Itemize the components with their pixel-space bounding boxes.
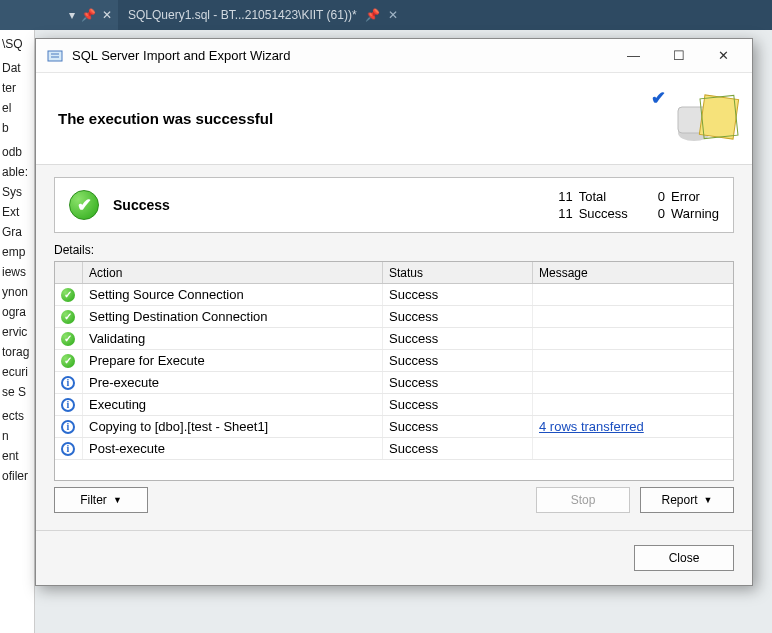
close-button[interactable]: Close	[634, 545, 734, 571]
cell-message	[533, 306, 733, 327]
stop-button: Stop	[536, 487, 630, 513]
tree-fragment: iews	[0, 262, 34, 282]
close-panel-icon[interactable]: ✕	[102, 8, 112, 22]
chevron-down-icon: ▼	[704, 495, 713, 505]
message-link[interactable]: 4 rows transferred	[539, 419, 644, 434]
table-row[interactable]: iPre-executeSuccess	[55, 372, 733, 394]
table-row[interactable]: ✓Prepare for ExecuteSuccess	[55, 350, 733, 372]
tree-fragment: ervic	[0, 322, 34, 342]
tree-fragment: emp	[0, 242, 34, 262]
details-label: Details:	[54, 243, 734, 257]
tree-fragment: torag	[0, 342, 34, 362]
filter-button[interactable]: Filter ▼	[54, 487, 148, 513]
summary-box: ✔ Success 11 Total 0 Error 11 Success 0 …	[54, 177, 734, 233]
tab-close-icon[interactable]: ✕	[388, 8, 398, 22]
cell-message	[533, 284, 733, 305]
banner-art-icon	[672, 83, 742, 153]
cell-status: Success	[383, 394, 533, 415]
close-button-label: Close	[669, 551, 700, 565]
svg-rect-0	[48, 51, 62, 61]
row-success-icon: ✓	[55, 306, 83, 327]
cell-status: Success	[383, 328, 533, 349]
cell-status: Success	[383, 416, 533, 437]
cell-status: Success	[383, 438, 533, 459]
col-action[interactable]: Action	[83, 262, 383, 283]
success-label: Success	[579, 206, 628, 221]
cell-message	[533, 372, 733, 393]
tab-menu-icon[interactable]: ▾	[69, 8, 75, 22]
tabstrip-gutter: ▾ 📌 ✕	[0, 0, 118, 30]
table-row[interactable]: iExecutingSuccess	[55, 394, 733, 416]
total-count: 11	[558, 189, 572, 204]
dialog-titlebar: SQL Server Import and Export Wizard — ☐ …	[36, 39, 752, 73]
summary-counts: 11 Total 0 Error 11 Success 0 Warning	[558, 189, 719, 221]
tree-fragment: el	[0, 98, 34, 118]
close-window-button[interactable]: ✕	[701, 42, 746, 70]
result-banner: The execution was successful ✔	[36, 73, 752, 165]
tree-fragment: able:	[0, 162, 34, 182]
tree-fragment: \SQ	[0, 34, 34, 54]
tree-fragment: ecuri	[0, 362, 34, 382]
cell-status: Success	[383, 306, 533, 327]
table-row[interactable]: iPost-executeSuccess	[55, 438, 733, 460]
error-count: 0	[658, 189, 665, 204]
maximize-button[interactable]: ☐	[656, 42, 701, 70]
minimize-button[interactable]: —	[611, 42, 656, 70]
tab-label: SQLQuery1.sql - BT...21051423\KIIT (61))…	[128, 8, 357, 22]
col-message[interactable]: Message	[533, 262, 733, 283]
success-check-icon: ✔	[69, 190, 99, 220]
cell-message: 4 rows transferred	[533, 416, 733, 437]
warning-label: Warning	[671, 206, 719, 221]
tab-pin-icon[interactable]: 📌	[365, 8, 380, 22]
editor-tab[interactable]: SQLQuery1.sql - BT...21051423\KIIT (61))…	[118, 0, 408, 30]
table-row[interactable]: ✓Setting Destination ConnectionSuccess	[55, 306, 733, 328]
tree-fragment: ynon	[0, 282, 34, 302]
editor-tabstrip: ▾ 📌 ✕ SQLQuery1.sql - BT...21051423\KIIT…	[0, 0, 772, 30]
cell-action: Post-execute	[83, 438, 383, 459]
cell-status: Success	[383, 284, 533, 305]
grid-header-row: Action Status Message	[55, 262, 733, 284]
report-button-label: Report	[662, 493, 698, 507]
cell-message	[533, 350, 733, 371]
svg-rect-3	[699, 95, 738, 139]
cell-message	[533, 438, 733, 459]
report-button[interactable]: Report ▼	[640, 487, 734, 513]
cell-action: Validating	[83, 328, 383, 349]
tree-fragment: Sys	[0, 182, 34, 202]
col-status[interactable]: Status	[383, 262, 533, 283]
tree-fragment: Gra	[0, 222, 34, 242]
tree-fragment: odb	[0, 142, 34, 162]
banner-check-icon: ✔	[651, 87, 666, 109]
tree-fragment: Ext	[0, 202, 34, 222]
row-success-icon: ✓	[55, 350, 83, 371]
warning-count: 0	[658, 206, 665, 221]
grid-body[interactable]: ✓Setting Source ConnectionSuccess✓Settin…	[55, 284, 733, 480]
cell-status: Success	[383, 372, 533, 393]
cell-action: Copying to [dbo].[test - Sheet1]	[83, 416, 383, 437]
table-row[interactable]: ✓ValidatingSuccess	[55, 328, 733, 350]
cell-action: Pre-execute	[83, 372, 383, 393]
cell-message	[533, 394, 733, 415]
details-grid: Action Status Message ✓Setting Source Co…	[54, 261, 734, 481]
dialog-title: SQL Server Import and Export Wizard	[72, 48, 611, 63]
cell-action: Prepare for Execute	[83, 350, 383, 371]
row-info-icon: i	[55, 372, 83, 393]
cell-action: Setting Source Connection	[83, 284, 383, 305]
banner-headline: The execution was successful	[58, 110, 273, 127]
success-count: 11	[558, 206, 572, 221]
cell-status: Success	[383, 350, 533, 371]
table-row[interactable]: ✓Setting Source ConnectionSuccess	[55, 284, 733, 306]
chevron-down-icon: ▼	[113, 495, 122, 505]
app-icon	[46, 47, 64, 65]
pin-icon[interactable]: 📌	[81, 8, 96, 22]
error-label: Error	[671, 189, 719, 204]
tree-fragment: ects	[0, 406, 34, 426]
total-label: Total	[579, 189, 628, 204]
col-icon[interactable]	[55, 262, 83, 283]
summary-label: Success	[113, 197, 544, 213]
filter-button-label: Filter	[80, 493, 107, 507]
table-row[interactable]: iCopying to [dbo].[test - Sheet1]Success…	[55, 416, 733, 438]
cell-action: Executing	[83, 394, 383, 415]
tree-fragment: ent	[0, 446, 34, 466]
stop-button-label: Stop	[571, 493, 596, 507]
